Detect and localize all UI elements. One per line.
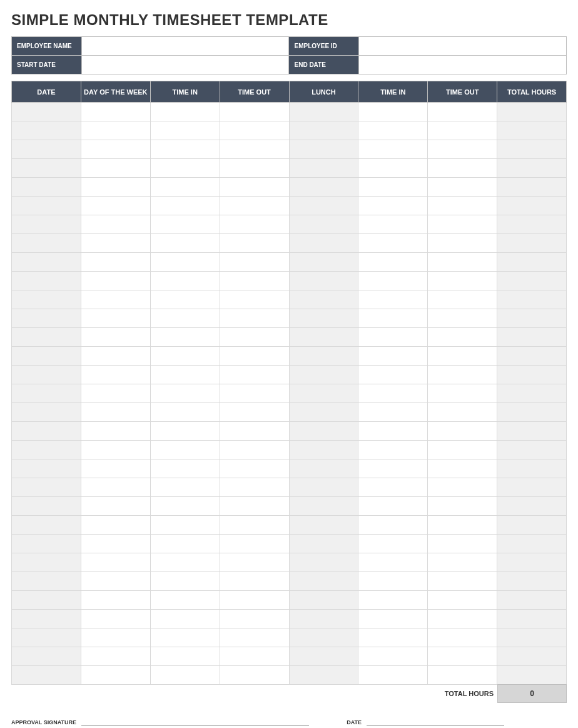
table-cell[interactable] [428, 591, 497, 610]
table-cell[interactable] [497, 309, 567, 328]
table-cell[interactable] [358, 309, 428, 328]
table-cell[interactable] [289, 178, 358, 197]
table-cell[interactable] [428, 459, 497, 478]
table-cell[interactable] [497, 328, 567, 347]
table-cell[interactable] [428, 553, 497, 572]
table-cell[interactable] [81, 535, 150, 553]
table-cell[interactable] [358, 628, 428, 647]
table-cell[interactable] [12, 441, 81, 459]
table-cell[interactable] [150, 535, 220, 553]
table-cell[interactable] [428, 497, 497, 516]
table-cell[interactable] [81, 366, 150, 384]
table-cell[interactable] [497, 403, 567, 422]
table-cell[interactable] [497, 121, 567, 140]
table-cell[interactable] [358, 572, 428, 591]
table-cell[interactable] [358, 553, 428, 572]
table-cell[interactable] [497, 553, 567, 572]
table-cell[interactable] [497, 215, 567, 234]
table-cell[interactable] [358, 347, 428, 366]
table-cell[interactable] [358, 441, 428, 459]
table-cell[interactable] [358, 384, 428, 403]
table-cell[interactable] [428, 610, 497, 628]
table-cell[interactable] [289, 535, 358, 553]
table-cell[interactable] [150, 290, 220, 309]
table-cell[interactable] [81, 516, 150, 535]
table-cell[interactable] [81, 159, 150, 178]
table-cell[interactable] [289, 121, 358, 140]
table-cell[interactable] [81, 347, 150, 366]
table-cell[interactable] [497, 253, 567, 272]
table-cell[interactable] [220, 403, 289, 422]
table-cell[interactable] [289, 328, 358, 347]
table-cell[interactable] [81, 553, 150, 572]
table-cell[interactable] [358, 591, 428, 610]
table-cell[interactable] [150, 591, 220, 610]
table-cell[interactable] [81, 572, 150, 591]
table-cell[interactable] [289, 553, 358, 572]
table-cell[interactable] [12, 403, 81, 422]
table-cell[interactable] [428, 666, 497, 685]
table-cell[interactable] [150, 516, 220, 535]
table-cell[interactable] [81, 497, 150, 516]
table-cell[interactable] [220, 628, 289, 647]
table-cell[interactable] [289, 647, 358, 666]
table-cell[interactable] [81, 441, 150, 459]
table-cell[interactable] [220, 441, 289, 459]
table-cell[interactable] [150, 215, 220, 234]
table-cell[interactable] [497, 159, 567, 178]
approval-signature-line[interactable] [81, 717, 309, 725]
table-cell[interactable] [81, 121, 150, 140]
table-cell[interactable] [150, 610, 220, 628]
table-cell[interactable] [150, 628, 220, 647]
table-cell[interactable] [289, 478, 358, 497]
table-cell[interactable] [289, 234, 358, 253]
employee-name-input[interactable] [81, 37, 289, 56]
table-cell[interactable] [358, 366, 428, 384]
table-cell[interactable] [12, 140, 81, 159]
table-cell[interactable] [358, 178, 428, 197]
table-cell[interactable] [358, 516, 428, 535]
table-cell[interactable] [150, 140, 220, 159]
table-cell[interactable] [289, 140, 358, 159]
table-cell[interactable] [358, 610, 428, 628]
table-cell[interactable] [81, 666, 150, 685]
table-cell[interactable] [497, 441, 567, 459]
table-cell[interactable] [289, 215, 358, 234]
table-cell[interactable] [150, 253, 220, 272]
table-cell[interactable] [428, 366, 497, 384]
table-cell[interactable] [220, 422, 289, 441]
table-cell[interactable] [81, 384, 150, 403]
table-cell[interactable] [358, 290, 428, 309]
table-cell[interactable] [289, 253, 358, 272]
table-cell[interactable] [220, 159, 289, 178]
table-cell[interactable] [289, 422, 358, 441]
table-cell[interactable] [289, 459, 358, 478]
start-date-input[interactable] [81, 56, 289, 74]
table-cell[interactable] [497, 422, 567, 441]
table-cell[interactable] [12, 628, 81, 647]
table-cell[interactable] [12, 497, 81, 516]
table-cell[interactable] [12, 535, 81, 553]
table-cell[interactable] [497, 103, 567, 121]
table-cell[interactable] [358, 497, 428, 516]
table-cell[interactable] [428, 328, 497, 347]
table-cell[interactable] [81, 422, 150, 441]
table-cell[interactable] [12, 422, 81, 441]
table-cell[interactable] [150, 553, 220, 572]
table-cell[interactable] [220, 253, 289, 272]
table-cell[interactable] [497, 459, 567, 478]
table-cell[interactable] [497, 610, 567, 628]
table-cell[interactable] [358, 140, 428, 159]
table-cell[interactable] [220, 572, 289, 591]
table-cell[interactable] [428, 140, 497, 159]
table-cell[interactable] [150, 159, 220, 178]
table-cell[interactable] [497, 628, 567, 647]
table-cell[interactable] [220, 666, 289, 685]
table-cell[interactable] [497, 478, 567, 497]
table-cell[interactable] [428, 253, 497, 272]
table-cell[interactable] [12, 572, 81, 591]
table-cell[interactable] [12, 591, 81, 610]
table-cell[interactable] [497, 572, 567, 591]
table-cell[interactable] [150, 441, 220, 459]
table-cell[interactable] [150, 347, 220, 366]
